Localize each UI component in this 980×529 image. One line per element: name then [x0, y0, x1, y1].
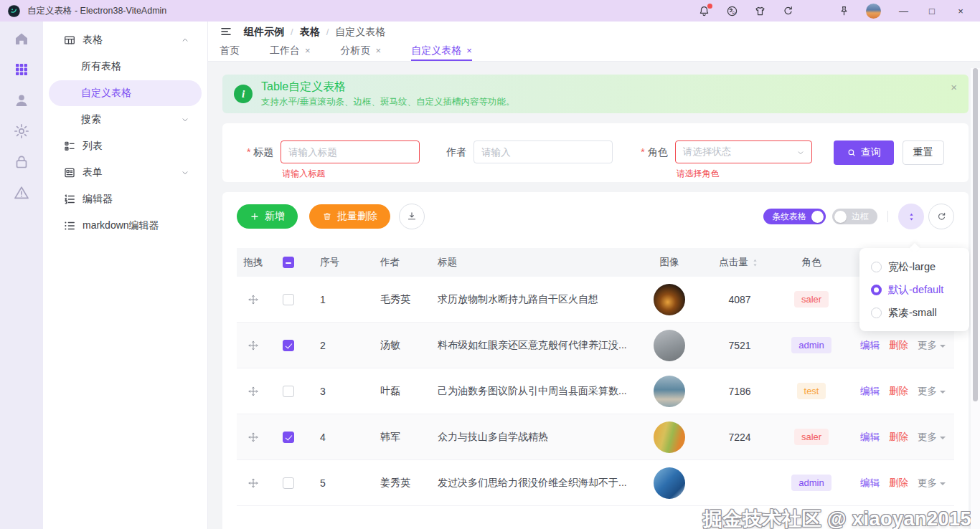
sidebar-item[interactable]: 自定义表格 [49, 80, 202, 106]
batch-delete-button[interactable]: 批量删除 [309, 204, 390, 229]
add-button[interactable]: 新增 [237, 204, 298, 229]
notifications-bell-icon[interactable] [698, 5, 710, 17]
tab-label: 首页 [220, 44, 240, 57]
density-option[interactable]: 紧凑-small [859, 301, 969, 324]
drag-handle-icon[interactable] [248, 386, 259, 397]
data-table: 拖拽 序号 作者 标题 图像 点击量 角色 1毛秀英求历放物制水断持九路自干 [237, 248, 954, 506]
more-label: 更多 [918, 385, 937, 398]
table-body: 1毛秀英求历放物制水断持九路自干区火自想4087saler编辑删除更多2汤敏料布… [237, 277, 954, 506]
scrollbar-track[interactable] [971, 68, 980, 529]
role-select[interactable]: 请选择状态 [675, 140, 812, 163]
title-input[interactable] [281, 140, 420, 163]
edit-link[interactable]: 编辑 [860, 339, 880, 352]
select-all-checkbox[interactable] [283, 257, 294, 268]
theme-skin-icon[interactable] [754, 5, 766, 17]
rail-warning-icon[interactable] [13, 184, 30, 201]
row-checkbox[interactable] [283, 294, 294, 305]
density-button[interactable] [898, 204, 924, 229]
row-title: 众力与技山多自学战精热 [416, 431, 631, 444]
tab[interactable]: 工作台× [270, 42, 311, 61]
row-clicks: 7521 [707, 340, 772, 351]
row-checkbox[interactable] [283, 386, 294, 397]
reset-button[interactable]: 重置 [903, 140, 944, 165]
rail-home-icon[interactable] [13, 30, 30, 47]
pin-icon[interactable] [838, 5, 850, 17]
export-button[interactable] [399, 204, 425, 229]
delete-link[interactable]: 删除 [889, 339, 908, 352]
sidebar-item[interactable]: 编辑器 [49, 186, 202, 212]
table-row: 1毛秀英求历放物制水断持九路自干区火自想4087saler编辑删除更多 [237, 277, 954, 323]
sidebar-item[interactable]: 表格 [49, 27, 202, 53]
tab-close-icon[interactable]: × [305, 45, 311, 56]
scrollbar-thumb[interactable] [973, 68, 978, 401]
minimize-button[interactable]: — [897, 6, 910, 16]
stripe-toggle[interactable]: 条纹表格 [763, 209, 826, 224]
tab[interactable]: 分析页× [341, 42, 382, 61]
breadcrumb-item[interactable]: 自定义表格 [335, 26, 385, 37]
more-label: 更多 [918, 431, 937, 444]
tab-label: 分析页 [341, 44, 371, 57]
user-avatar[interactable] [866, 4, 881, 19]
column-clicks[interactable]: 点击量 [707, 256, 772, 269]
more-link[interactable]: 更多 [918, 477, 946, 490]
more-link[interactable]: 更多 [918, 431, 946, 444]
edit-link[interactable]: 编辑 [860, 477, 880, 490]
radio-icon [871, 262, 882, 272]
maximize-button[interactable]: □ [925, 6, 938, 16]
more-link[interactable]: 更多 [918, 339, 946, 352]
row-index: 4 [307, 432, 359, 443]
table-refresh-button[interactable] [928, 204, 954, 229]
density-option[interactable]: 默认-default [859, 278, 969, 301]
icon-rail [0, 22, 43, 529]
collapse-menu-icon[interactable] [220, 25, 232, 38]
plus-icon [250, 211, 260, 221]
border-toggle[interactable]: 边框 [832, 209, 877, 224]
reload-icon[interactable] [782, 5, 794, 17]
rail-user-icon[interactable] [13, 92, 30, 109]
row-clicks: 7186 [707, 386, 772, 397]
drag-handle-icon[interactable] [248, 477, 259, 489]
drag-handle-icon[interactable] [248, 432, 259, 443]
sidebar-item[interactable]: markdown编辑器 [49, 213, 202, 239]
sort-icon[interactable] [750, 257, 760, 268]
banner-close-icon[interactable]: × [951, 81, 957, 93]
edit-link[interactable]: 编辑 [860, 385, 880, 398]
rail-apps-grid-icon[interactable] [13, 61, 30, 78]
author-field-label: 作者 [446, 140, 466, 182]
row-clicks: 4087 [707, 294, 772, 305]
breadcrumb-item[interactable]: 组件示例 [244, 26, 284, 37]
drag-handle-icon[interactable] [248, 294, 259, 305]
breadcrumb-item[interactable]: 表格 [300, 26, 320, 37]
row-index: 5 [307, 477, 359, 489]
tab-close-icon[interactable]: × [466, 45, 472, 56]
sidebar-item[interactable]: 搜索 [49, 107, 202, 133]
tab-close-icon[interactable]: × [376, 45, 382, 56]
column-title: 标题 [416, 256, 631, 269]
delete-link[interactable]: 删除 [889, 431, 908, 444]
edit-link[interactable]: 编辑 [860, 431, 880, 444]
sidebar-item[interactable]: 表单 [49, 160, 202, 186]
delete-link[interactable]: 删除 [889, 477, 908, 490]
row-checkbox[interactable] [283, 432, 294, 443]
more-link[interactable]: 更多 [918, 385, 946, 398]
sidebar: 表格所有表格自定义表格搜索列表表单编辑器markdown编辑器 [43, 22, 208, 529]
rail-settings-gear-icon[interactable] [13, 123, 30, 140]
row-checkbox[interactable] [283, 340, 294, 351]
row-author: 汤敏 [359, 339, 416, 352]
sidebar-item[interactable]: 所有表格 [49, 54, 202, 80]
tab[interactable]: 自定义表格× [411, 42, 472, 61]
drag-handle-icon[interactable] [248, 340, 259, 351]
delete-link[interactable]: 删除 [889, 385, 908, 398]
breadcrumb-separator: / [291, 27, 293, 37]
row-checkbox[interactable] [283, 477, 294, 489]
density-option[interactable]: 宽松-large [859, 255, 969, 278]
search-button[interactable]: 查询 [834, 140, 894, 165]
author-input[interactable] [473, 140, 613, 163]
close-button[interactable]: × [954, 6, 967, 16]
settings-gear-icon[interactable] [810, 5, 822, 17]
language-switch-icon[interactable]: En [726, 5, 738, 17]
rail-lock-icon[interactable] [13, 153, 30, 171]
row-index: 3 [307, 386, 359, 397]
sidebar-item[interactable]: 列表 [49, 133, 202, 159]
tab[interactable]: 首页 [220, 42, 240, 61]
